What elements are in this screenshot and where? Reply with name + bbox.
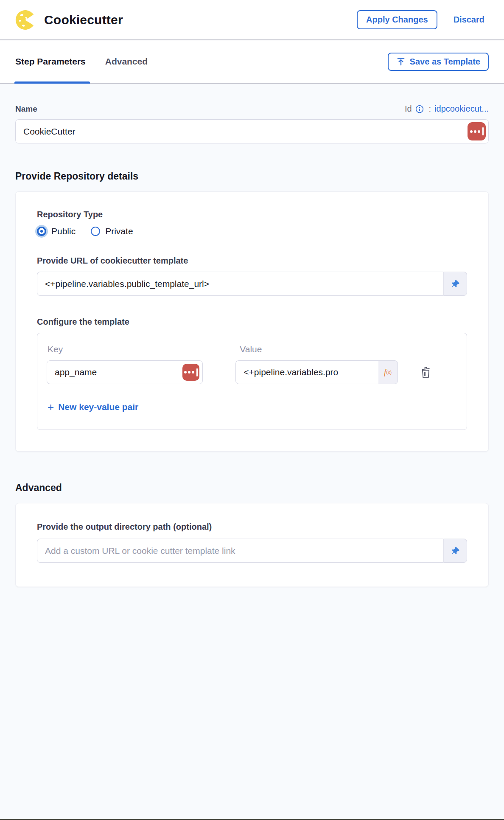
repository-type-label: Repository Type [37,210,467,219]
page-title: Cookiecutter [44,13,123,27]
name-label: Name [15,104,37,114]
step-header: Cookiecutter Apply Changes Discard [0,0,504,40]
runtime-input-icon[interactable] [468,122,486,140]
repository-card: Repository Type Public Private Provide U… [15,191,489,452]
repository-section-title: Provide Repository details [15,171,489,182]
fx-expression-button[interactable]: f(x) [378,360,398,384]
id-label: Id [405,104,412,114]
value-column-header: Value [235,344,408,354]
template-url-input[interactable] [37,272,443,296]
radio-public-selected-icon[interactable] [37,227,46,236]
key-value-table: Key Value f(x) [37,333,467,430]
output-directory-label: Provide the output directory path (optio… [37,522,467,532]
output-directory-group [37,539,467,563]
save-as-template-button[interactable]: Save as Template [388,53,489,71]
runtime-input-icon[interactable] [182,364,199,381]
info-icon[interactable] [415,105,424,113]
apply-changes-button[interactable]: Apply Changes [357,10,437,29]
value-input[interactable] [235,360,378,384]
id-separator: : [429,104,431,114]
value-input-wrap: f(x) [235,360,398,384]
key-input-wrap [47,360,203,384]
pin-icon [451,546,460,556]
tab-step-parameters[interactable]: Step Parameters [15,40,86,83]
advanced-section-title: Advanced [15,482,489,494]
radio-option-private[interactable]: Private [91,226,133,236]
key-value-headers: Key Value [47,344,457,354]
add-key-value-button[interactable]: + New key-value pair [47,402,138,412]
pin-button[interactable] [443,539,467,563]
discard-button[interactable]: Discard [454,15,484,25]
plus-icon: + [48,403,54,411]
radio-private-unselected-icon[interactable] [91,227,100,236]
add-key-value-label: New key-value pair [58,402,138,412]
output-directory-input[interactable] [37,539,443,563]
key-value-row: f(x) [47,360,457,384]
step-tabs-bar: Step Parameters Advanced Save as Templat… [0,40,504,84]
pin-button[interactable] [443,272,467,296]
tab-advanced[interactable]: Advanced [105,40,148,83]
pin-icon [451,279,460,289]
cookiecutter-logo-icon [15,10,35,30]
radio-private-label: Private [105,226,133,236]
step-parameters-panel: Name Id : idpcookiecut... Provide Reposi… [0,104,504,587]
radio-option-public[interactable]: Public [37,226,76,236]
save-as-template-label: Save as Template [410,57,480,67]
trash-icon [420,366,431,379]
template-url-group [37,272,467,296]
radio-public-label: Public [51,226,76,236]
delete-row-button[interactable] [420,366,431,379]
key-input[interactable] [47,360,203,384]
name-input-wrap [15,119,489,143]
id-value-link[interactable]: idpcookiecut... [434,104,489,114]
name-input[interactable] [15,119,489,143]
template-url-label: Provide URL of cookiecutter template [37,256,467,266]
upload-icon [396,57,406,66]
step-id: Id : idpcookiecut... [405,104,489,114]
repository-type-options: Public Private [37,226,467,236]
configure-template-label: Configure the template [37,317,467,327]
key-column-header: Key [47,344,235,354]
advanced-card: Provide the output directory path (optio… [15,503,489,587]
name-id-row: Name Id : idpcookiecut... [15,104,489,114]
